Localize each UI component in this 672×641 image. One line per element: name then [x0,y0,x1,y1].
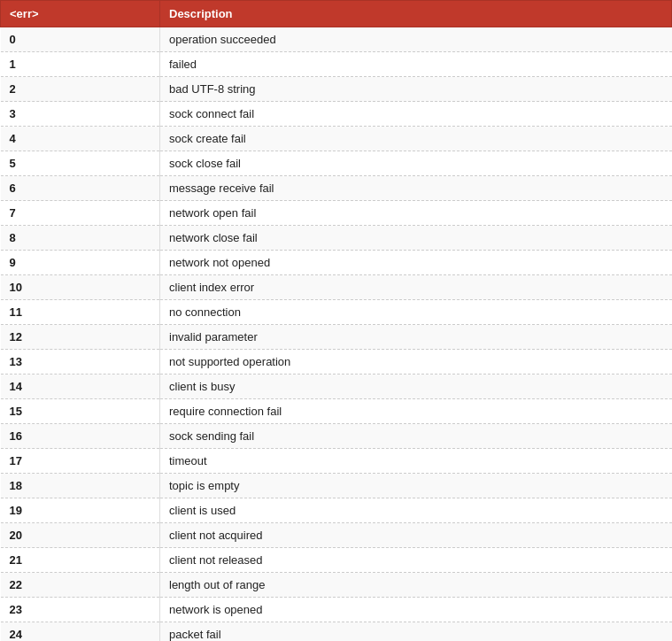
cell-err: 2 [1,77,160,102]
cell-err: 9 [1,251,160,275]
table-body: 0operation succeeded1failed2bad UTF-8 st… [1,27,672,642]
cell-err: 4 [1,127,160,151]
cell-desc: invalid parameter [160,325,672,350]
cell-desc: not supported operation [160,350,672,375]
table-row: 16sock sending fail [1,424,672,449]
cell-desc: operation succeeded [160,27,672,52]
table-row: 8network close fail [1,226,672,251]
cell-desc: sock create fail [160,127,672,151]
cell-desc: client index error [160,275,672,300]
cell-desc: client not acquired [160,523,672,548]
table-row: 20client not acquired [1,523,672,548]
cell-desc: timeout [160,449,672,474]
cell-err: 1 [1,52,160,77]
cell-desc: packet fail [160,622,672,642]
cell-err: 7 [1,201,160,226]
table-row: 9network not opened [1,251,672,275]
table-container: <err> Description 0operation succeeded1f… [0,0,672,641]
cell-desc: client not released [160,548,672,573]
table-row: 7network open fail [1,201,672,226]
cell-desc: network open fail [160,201,672,226]
table-row: 2bad UTF-8 string [1,77,672,102]
cell-desc: topic is empty [160,474,672,498]
table-row: 24packet fail [1,622,672,642]
cell-desc: sock connect fail [160,102,672,127]
table-row: 12invalid parameter [1,325,672,350]
error-table: <err> Description 0operation succeeded1f… [0,0,672,641]
cell-err: 18 [1,474,160,498]
table-row: 21client not released [1,548,672,573]
cell-err: 21 [1,548,160,573]
table-row: 17timeout [1,449,672,474]
cell-desc: network close fail [160,226,672,251]
table-row: 15require connection fail [1,399,672,424]
cell-err: 17 [1,449,160,474]
cell-err: 20 [1,523,160,548]
table-row: 23network is opened [1,598,672,622]
cell-err: 5 [1,151,160,176]
cell-desc: network is opened [160,598,672,622]
cell-err: 15 [1,399,160,424]
table-row: 4sock create fail [1,127,672,151]
cell-desc: sock sending fail [160,424,672,449]
table-row: 11no connection [1,300,672,325]
cell-err: 19 [1,498,160,523]
cell-desc: length out of range [160,573,672,598]
cell-desc: require connection fail [160,399,672,424]
table-row: 6message receive fail [1,176,672,201]
cell-err: 0 [1,27,160,52]
table-row: 10client index error [1,275,672,300]
cell-err: 23 [1,598,160,622]
table-row: 14client is busy [1,375,672,399]
cell-err: 22 [1,573,160,598]
cell-desc: client is used [160,498,672,523]
table-row: 3sock connect fail [1,102,672,127]
cell-desc: bad UTF-8 string [160,77,672,102]
cell-err: 8 [1,226,160,251]
table-row: 19client is used [1,498,672,523]
cell-err: 13 [1,350,160,375]
cell-err: 3 [1,102,160,127]
cell-desc: client is busy [160,375,672,399]
table-row: 22length out of range [1,573,672,598]
cell-desc: no connection [160,300,672,325]
cell-err: 10 [1,275,160,300]
cell-err: 6 [1,176,160,201]
cell-err: 16 [1,424,160,449]
cell-err: 24 [1,622,160,642]
cell-err: 11 [1,300,160,325]
cell-desc: sock close fail [160,151,672,176]
table-row: 18topic is empty [1,474,672,498]
cell-desc: failed [160,52,672,77]
table-header-row: <err> Description [1,1,672,27]
table-row: 5sock close fail [1,151,672,176]
cell-desc: message receive fail [160,176,672,201]
cell-desc: network not opened [160,251,672,275]
header-desc: Description [160,1,672,27]
cell-err: 14 [1,375,160,399]
header-err: <err> [1,1,160,27]
table-row: 0operation succeeded [1,27,672,52]
table-row: 1failed [1,52,672,77]
table-row: 13not supported operation [1,350,672,375]
cell-err: 12 [1,325,160,350]
